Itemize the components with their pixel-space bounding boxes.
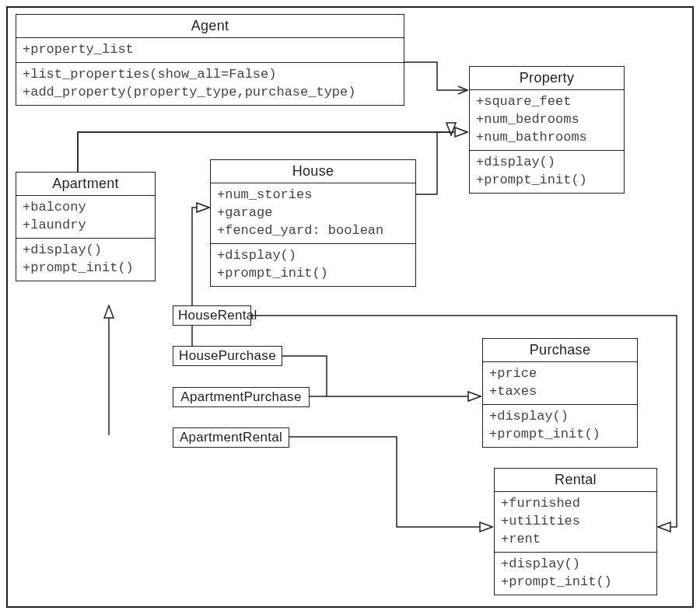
attribute: +balcony <box>23 199 149 217</box>
class-name: HouseRental <box>173 306 250 325</box>
attribute: +fenced_yard: boolean <box>217 222 409 240</box>
method: +display() <box>23 242 149 260</box>
class-purchase: Purchase +price +taxes +display() +promp… <box>482 338 638 448</box>
method: +prompt_init() <box>501 574 650 591</box>
class-rental: Rental +furnished +utilities +rent +disp… <box>494 468 657 595</box>
class-name: ApartmentRental <box>173 428 289 447</box>
attribute: +property_list <box>23 41 397 59</box>
class-apartment-rental: ApartmentRental <box>173 427 289 448</box>
method: +prompt_init() <box>217 265 409 283</box>
attribute: +utilities <box>501 513 650 531</box>
class-house-purchase: HousePurchase <box>173 346 282 366</box>
attribute: +price <box>489 365 631 383</box>
method: +prompt_init() <box>476 172 618 190</box>
class-name: HousePurchase <box>173 347 282 365</box>
attribute: +rent <box>501 531 650 549</box>
attribute: +furnished <box>501 495 650 513</box>
attribute: +garage <box>217 204 409 222</box>
method: +display() <box>217 247 409 265</box>
class-property: Property +square_feet +num_bedrooms +num… <box>469 66 625 194</box>
attribute: +taxes <box>489 383 631 401</box>
class-name: Agent <box>16 15 404 38</box>
method: +list_properties(show_all=False) <box>23 66 397 84</box>
method: +prompt_init() <box>489 426 631 444</box>
attribute: +square_feet <box>476 93 618 111</box>
attribute: +num_stories <box>217 187 409 204</box>
class-name: Property <box>470 67 624 90</box>
class-name: Rental <box>495 469 656 492</box>
class-agent: Agent +property_list +list_properties(sh… <box>16 14 404 106</box>
class-apartment: Apartment +balcony +laundry +display() +… <box>16 172 156 281</box>
attribute: +laundry <box>23 217 149 235</box>
class-name: House <box>211 160 415 183</box>
class-apartment-purchase: ApartmentPurchase <box>173 387 310 407</box>
method: +prompt_init() <box>23 260 149 277</box>
class-name: Purchase <box>483 339 637 362</box>
method: +display() <box>501 556 650 574</box>
method: +display() <box>476 154 618 172</box>
attribute: +num_bedrooms <box>476 111 618 129</box>
class-name: Apartment <box>16 173 155 196</box>
class-name: ApartmentPurchase <box>173 388 309 406</box>
class-house: House +num_stories +garage +fenced_yard:… <box>210 159 416 287</box>
method: +add_property(property_type,purchase_typ… <box>23 84 397 102</box>
class-house-rental: HouseRental <box>173 305 251 326</box>
attribute: +num_bathrooms <box>476 129 618 147</box>
method: +display() <box>489 408 631 426</box>
